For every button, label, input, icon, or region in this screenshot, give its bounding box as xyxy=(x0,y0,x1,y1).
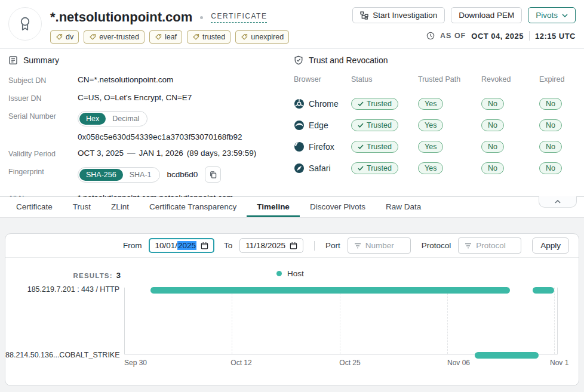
chart-legend: Host xyxy=(276,269,304,278)
x-tick: Nov 1 xyxy=(550,359,570,367)
pivots-button[interactable]: Pivots xyxy=(528,7,576,23)
overview-section: Summary Subject DN CN=*.netsolutionpoint… xyxy=(0,49,584,197)
fingerprint-sha1-option[interactable]: SHA-1 xyxy=(123,169,158,181)
status-pill: Trusted xyxy=(351,141,398,153)
field-label: Issuer DN xyxy=(8,93,78,103)
revoked-pill: No xyxy=(481,98,504,110)
browser-name: Firefox xyxy=(309,142,334,152)
fingerprint-value: bcdb6d0 xyxy=(167,170,198,179)
protocol-placeholder: Protocol xyxy=(476,241,506,250)
gridline xyxy=(340,288,340,354)
timeline-bar[interactable] xyxy=(475,352,539,359)
results-box: RESULTS:3 xyxy=(5,270,121,280)
protocol-input[interactable]: Protocol xyxy=(458,237,521,254)
tag-unexpired[interactable]: unexpired xyxy=(235,30,289,44)
serial-format-toggle: Hex Decimal xyxy=(78,111,147,126)
page-title: *.netsolutionpoint.com xyxy=(50,10,192,25)
tag-icon xyxy=(192,33,199,41)
entity-type-label[interactable]: CERTIFICATE xyxy=(211,12,267,23)
row-label-host[interactable]: 185.219.7.201 : 443 / HTTP xyxy=(5,285,119,294)
tag-icon xyxy=(89,33,96,41)
as-of-time: 12:15 UTC xyxy=(535,32,576,41)
expired-pill: No xyxy=(539,119,562,131)
trusted-path-pill: Yes xyxy=(418,141,443,153)
tag-label: unexpired xyxy=(251,33,284,41)
tag-label: ever-trusted xyxy=(99,33,139,41)
timeline-bar[interactable] xyxy=(150,287,510,294)
browser-name: Safari xyxy=(309,163,331,173)
from-date-prefix: 10/01/ xyxy=(155,241,177,250)
expired-pill: No xyxy=(539,98,562,110)
apply-button[interactable]: Apply xyxy=(532,237,569,254)
validity-end: JAN 1, 2026 xyxy=(139,149,183,158)
serial-hex-option[interactable]: Hex xyxy=(79,113,106,125)
field-label: Validity Period xyxy=(8,149,78,158)
tab-zlint[interactable]: ZLint xyxy=(101,197,139,217)
timeline-chart: RESULTS:3 Host 185.219.7.201 : 443 / HTT… xyxy=(5,258,579,385)
x-tick: Sep 30 xyxy=(124,359,147,367)
status-label: Trusted xyxy=(367,164,392,172)
divider xyxy=(529,31,530,41)
status-label: Trusted xyxy=(367,143,392,151)
tag-dv[interactable]: dv xyxy=(50,30,79,44)
timeline-section: From 10/01/2025 To 11/18/2025 Port Numbe… xyxy=(0,218,584,392)
tab-discover-pivots[interactable]: Discover Pivots xyxy=(300,197,376,217)
serial-decimal-option[interactable]: Decimal xyxy=(106,113,146,125)
expired-pill: No xyxy=(539,141,562,153)
summary-row-subject-dn: Subject DN CN=*.netsolutionpoint.com xyxy=(8,75,287,85)
fingerprint-sha256-option[interactable]: SHA-256 xyxy=(79,169,123,181)
validity-separator: — xyxy=(127,149,136,158)
tag-label: trusted xyxy=(202,33,225,41)
collapse-toggle[interactable] xyxy=(539,196,577,208)
browser-chrome: Chrome xyxy=(294,93,351,115)
shield-check-icon xyxy=(294,55,303,65)
results-label: RESULTS: xyxy=(73,272,113,279)
column-header: Expired xyxy=(539,75,576,93)
browser-firefox: Firefox xyxy=(294,136,351,158)
check-icon xyxy=(358,123,364,128)
tag-icon xyxy=(56,33,63,41)
tag-ever-trusted[interactable]: ever-trusted xyxy=(84,30,145,44)
to-date-input[interactable]: 11/18/2025 xyxy=(239,238,303,253)
tag-icon xyxy=(155,33,162,41)
from-date-selected: 2025 xyxy=(177,241,196,250)
page-header: *.netsolutionpoint.com CERTIFICATE dv ev… xyxy=(0,0,584,49)
trusted-path-pill: Yes xyxy=(418,119,443,131)
certificate-avatar xyxy=(8,7,42,41)
tag-trusted[interactable]: trusted xyxy=(187,30,230,44)
timeline-bar[interactable] xyxy=(533,287,554,294)
status-label: Trusted xyxy=(367,121,392,129)
download-pem-button[interactable]: Download PEM xyxy=(451,7,522,23)
tab-raw-data[interactable]: Raw Data xyxy=(376,197,431,217)
tab-trust[interactable]: Trust xyxy=(63,197,101,217)
from-date-input[interactable]: 10/01/2025 xyxy=(149,238,214,253)
investigation-tree-icon xyxy=(360,11,368,20)
tab-certificate[interactable]: Certificate xyxy=(6,197,63,217)
column-header: Status xyxy=(351,75,418,93)
legend-label: Host xyxy=(287,269,304,278)
revoked-pill: No xyxy=(481,119,504,131)
check-icon xyxy=(358,101,364,106)
copy-button[interactable] xyxy=(205,166,221,183)
row-label-host[interactable]: 88.214.50.136...COBALT_STRIKE xyxy=(5,351,119,359)
start-investigation-label: Start Investigation xyxy=(373,11,437,20)
tag-label: leaf xyxy=(165,33,177,41)
gridline xyxy=(447,288,448,354)
tag-leaf[interactable]: leaf xyxy=(149,30,182,44)
gridline xyxy=(554,288,555,354)
to-date-value: 11/18/2025 xyxy=(245,241,285,250)
port-input[interactable]: Number xyxy=(348,237,411,254)
start-investigation-button[interactable]: Start Investigation xyxy=(352,7,445,23)
column-header: Browser xyxy=(294,75,351,93)
timeline-filter-bar: From 10/01/2025 To 11/18/2025 Port Numbe… xyxy=(5,234,579,258)
separator-dot xyxy=(200,16,203,19)
chrome-icon xyxy=(294,98,305,109)
firefox-icon xyxy=(294,141,305,152)
pivots-label: Pivots xyxy=(536,11,558,20)
x-tick: Oct 12 xyxy=(230,359,251,367)
tab-certificate-transparency[interactable]: Certificate Transparency xyxy=(139,197,247,217)
trust-section: Trust and Revocation Browser Status Trus… xyxy=(287,55,576,196)
tab-bar: Certificate Trust ZLint Certificate Tran… xyxy=(0,197,584,218)
summary-row-fingerprint: Fingerprint SHA-256 SHA-1 bcdb6d0 xyxy=(8,166,287,183)
tab-timeline[interactable]: Timeline xyxy=(247,197,300,217)
